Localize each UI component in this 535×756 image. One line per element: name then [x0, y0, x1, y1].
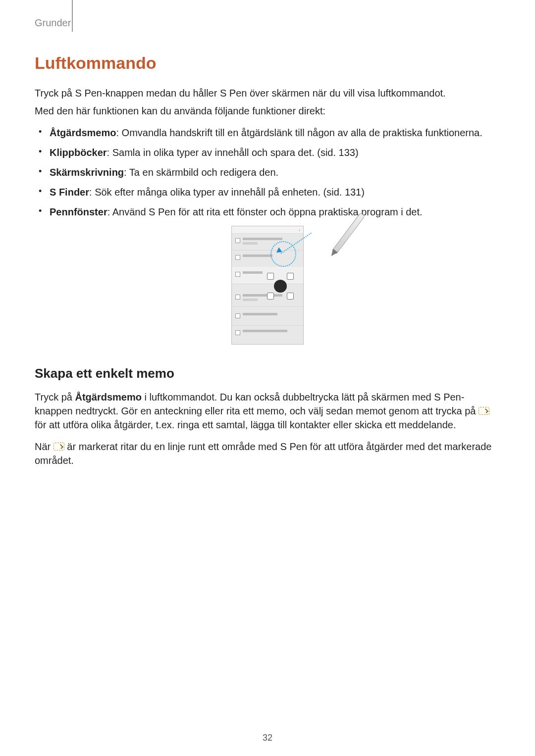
feature-list: Åtgärdsmemo: Omvandla handskrift till en…	[35, 126, 500, 219]
checkbox-icon	[235, 255, 240, 260]
feature-desc: : Sök efter många olika typer av innehål…	[89, 187, 365, 198]
feature-term: Klippböcker	[50, 147, 107, 158]
select-link-icon	[479, 407, 489, 415]
checkbox-icon	[235, 238, 240, 243]
feature-term: Skärmskrivning	[50, 167, 124, 178]
checkbox-icon	[235, 330, 240, 335]
air-command-figure: ›	[35, 226, 500, 345]
list-item: S Finder: Sök efter många olika typer av…	[35, 185, 500, 199]
text: för att utföra olika åtgärder, t.ex. rin…	[35, 419, 456, 430]
phone-screenshot: ›	[231, 226, 304, 345]
list-item: Klippböcker: Samla in olika typer av inn…	[35, 146, 500, 159]
page-number: 32	[0, 732, 535, 744]
status-bar: ›	[232, 226, 303, 234]
intro-paragraph-1: Tryck på S Pen-knappen medan du håller S…	[35, 86, 500, 100]
subsection-paragraph-2: När är markerat ritar du en linje runt e…	[35, 440, 500, 467]
list-item: Åtgärdsmemo: Omvandla handskrift till en…	[35, 126, 500, 140]
intro-paragraph-2: Med den här funktionen kan du använda fö…	[35, 104, 500, 118]
header-section-label: Grunder	[35, 16, 71, 30]
list-row	[232, 308, 303, 326]
page: Grunder Luftkommando Tryck på S Pen-knap…	[0, 0, 535, 756]
feature-desc: : Ta en skärmbild och redigera den.	[124, 167, 278, 178]
checkbox-icon	[235, 295, 240, 300]
list-row	[232, 325, 303, 342]
feature-desc: : Omvandla handskrift till en åtgärdslän…	[116, 127, 482, 138]
subsection-paragraph-1: Tryck på Åtgärdsmemo i luftkommandot. Du…	[35, 390, 500, 432]
hub-option-icon	[267, 273, 274, 280]
header-rule	[72, 0, 73, 32]
list-item: Skärmskrivning: Ta en skärmbild och redi…	[35, 165, 500, 179]
feature-desc: : Använd S Pen för att rita ett fönster …	[107, 206, 423, 217]
feature-term: Pennfönster	[50, 206, 107, 217]
hub-option-icon	[267, 293, 274, 300]
page-title: Luftkommando	[35, 51, 500, 75]
chevron-right-icon: ›	[299, 227, 300, 234]
select-link-icon	[54, 443, 64, 451]
feature-term: Åtgärdsmemo	[50, 127, 116, 138]
text: Tryck på	[35, 392, 75, 403]
checkbox-icon	[235, 313, 240, 318]
text: När	[35, 441, 54, 452]
hub-option-icon	[287, 293, 294, 300]
text-bold: Åtgärdsmemo	[75, 392, 142, 403]
content-area: Luftkommando Tryck på S Pen-knappen meda…	[35, 51, 500, 475]
subsection-heading: Skapa ett enkelt memo	[35, 364, 500, 382]
hub-option-icon	[287, 273, 294, 280]
air-command-hub-icon	[274, 280, 287, 293]
feature-term: S Finder	[50, 187, 89, 198]
list-item: Pennfönster: Använd S Pen för att rita e…	[35, 205, 500, 219]
checkbox-icon	[235, 272, 240, 277]
feature-desc: : Samla in olika typer av innehåll och s…	[107, 147, 359, 158]
text: är markerat ritar du en linje runt ett o…	[35, 441, 491, 466]
s-pen-icon	[301, 232, 369, 302]
